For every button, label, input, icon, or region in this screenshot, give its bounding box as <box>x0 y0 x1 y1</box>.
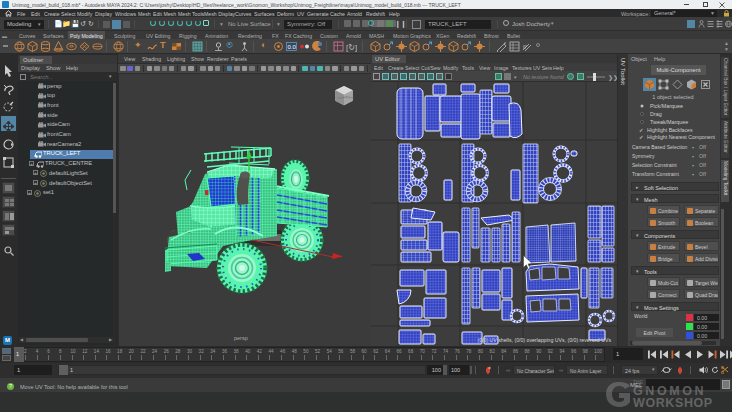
svg-text:(0/0) UV shells, (0/0) overlap: (0/0) UV shells, (0/0) overlapping UVs, … <box>478 337 612 343</box>
svg-text:[↻]: [↻] <box>346 43 357 52</box>
svg-text:THE: THE <box>633 379 644 385</box>
svg-text:0.0: 0.0 <box>288 44 297 50</box>
svg-text:WORKSHOP: WORKSHOP <box>633 396 713 410</box>
